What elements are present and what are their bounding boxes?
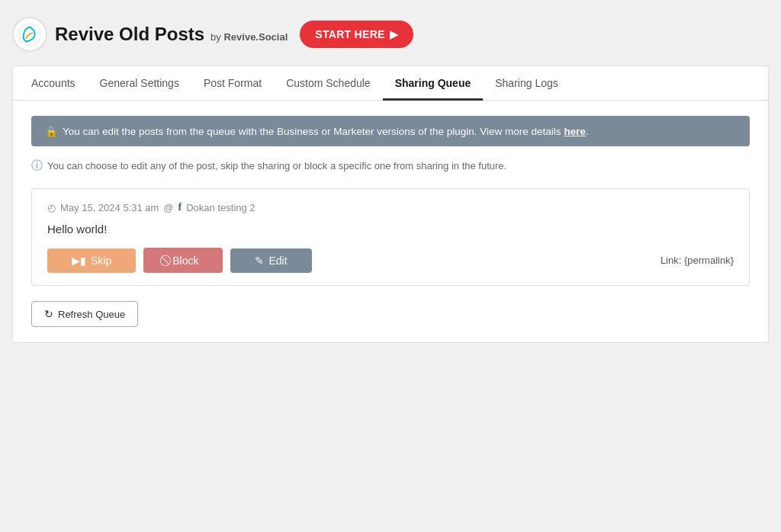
banner-text: You can edit the posts from the queue wi… [63, 126, 589, 137]
pencil-icon: ✎ [255, 255, 264, 267]
tabs-nav: Accounts General Settings Post Format Cu… [13, 66, 768, 101]
post-card: ◴ May 15, 2024 5:31 am @ f Dokan testing… [31, 188, 750, 286]
tab-sharing-logs[interactable]: Sharing Logs [483, 66, 570, 101]
app-title: Revive Old Posts [55, 24, 204, 45]
header: Revive Old Posts by Revive.Social START … [12, 9, 769, 62]
main-card: Accounts General Settings Post Format Cu… [12, 66, 769, 343]
info-icon: ⓘ [31, 159, 43, 173]
facebook-icon: f [178, 201, 182, 213]
post-meta: ◴ May 15, 2024 5:31 am @ f Dokan testing… [47, 201, 734, 213]
app-subtitle: by Revive.Social [211, 31, 288, 43]
tab-general-settings[interactable]: General Settings [88, 66, 191, 101]
tab-custom-schedule[interactable]: Custom Schedule [274, 66, 383, 101]
banner-link[interactable]: here [564, 126, 586, 137]
start-here-button[interactable]: START HERE ▶ [300, 21, 413, 48]
app-title-group: Revive Old Posts by Revive.Social [55, 24, 288, 45]
play-icon: ▶ [390, 28, 398, 40]
tab-post-format[interactable]: Post Format [191, 66, 274, 101]
card-body: 🔒 You can edit the posts from the queue … [13, 101, 768, 342]
block-button[interactable]: ⃠ Block [143, 248, 223, 273]
post-actions: ▶▮ Skip ⃠ Block ✎ Edit Link: {permalink} [47, 248, 734, 273]
skip-icon: ▶▮ [72, 255, 86, 267]
post-date: May 15, 2024 5:31 am [60, 202, 159, 213]
clock-icon: ◴ [47, 202, 56, 213]
tab-sharing-queue[interactable]: Sharing Queue [383, 66, 484, 101]
refresh-queue-button[interactable]: ↻ Refresh Queue [31, 301, 138, 327]
post-content: Hello world! [47, 223, 734, 236]
refresh-icon: ↻ [44, 308, 53, 320]
tab-accounts[interactable]: Accounts [31, 66, 88, 101]
help-text: ⓘ You can choose to edit any of the post… [31, 159, 750, 173]
post-link: Link: {permalink} [660, 255, 734, 266]
post-account: Dokan testing 2 [186, 202, 255, 213]
info-banner: 🔒 You can edit the posts from the queue … [31, 116, 750, 146]
at-symbol: @ [163, 202, 173, 213]
edit-button[interactable]: ✎ Edit [230, 248, 311, 273]
logo: Revive Old Posts by Revive.Social [12, 17, 288, 52]
lock-icon: 🔒 [45, 125, 58, 137]
logo-icon [12, 17, 47, 52]
skip-button[interactable]: ▶▮ Skip [47, 248, 136, 273]
